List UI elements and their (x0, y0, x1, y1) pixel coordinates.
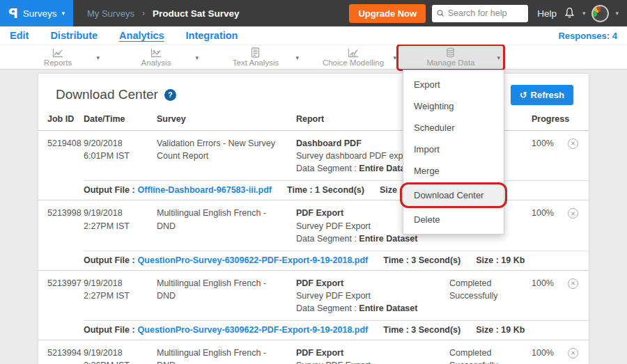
toolbar-item-reports[interactable]: Reports ▾ (13, 45, 103, 70)
section-nav: Edit Distribute Analytics Integration Re… (0, 26, 627, 45)
col-header-actions (568, 114, 587, 124)
help-question-icon[interactable]: ? (164, 89, 176, 101)
job-id: 5213997 (47, 277, 84, 315)
output-file-row: Output File :Offline-Dashboard-967583-ii… (84, 180, 589, 200)
surveys-product-menu[interactable]: P Surveys ▾ (0, 0, 73, 26)
page-title: Download Center (56, 87, 158, 102)
refresh-label: Refresh (531, 90, 564, 100)
toolbar-item-analysis[interactable]: Analysis ▾ (110, 45, 202, 70)
help-link[interactable]: Help (537, 8, 557, 19)
tab-integration[interactable]: Integration (186, 30, 238, 41)
toolbar-item-label: Reports (44, 59, 72, 68)
table-row: 5219408 9/20/2018 6:01PM IST Validation … (38, 131, 589, 200)
menu-item-merge[interactable]: Merge (403, 160, 504, 182)
progress-value: 100% (532, 207, 568, 244)
menu-item-scheduler[interactable]: Scheduler (403, 117, 504, 139)
topbar-right: Upgrade Now Help ▾ ▾ (349, 4, 627, 23)
job-id: 5219408 (47, 137, 84, 175)
date-time: 9/19/2018 2:26PM IST (84, 347, 157, 364)
search-input[interactable] (448, 8, 524, 18)
col-header-job-id: Job ID (47, 114, 84, 124)
breadcrumb: My Surveys › Product Sat Survey (87, 8, 239, 19)
database-icon (445, 47, 456, 58)
manage-data-dropdown-menu: Export Weighting Scheduler Import Merge … (403, 70, 504, 235)
analytics-toolbar: Reports ▾ Analysis ▾ Text Analysis ▾ Cho… (0, 45, 627, 70)
time-value: 3 Second(s) (411, 325, 460, 335)
breadcrumb-separator: › (142, 8, 145, 18)
tab-analytics[interactable]: Analytics (119, 30, 164, 41)
size-value: 19 Kb (501, 255, 525, 265)
size-label: Size : (476, 325, 499, 335)
refresh-button[interactable]: ↺ Refresh (511, 85, 573, 105)
output-file-label: Output File : (84, 325, 135, 335)
chevron-down-icon[interactable]: ▾ (497, 54, 500, 61)
table-row: 5213998 9/19/2018 2:27PM IST Multilingua… (38, 200, 589, 270)
cancel-job-icon[interactable]: ✕ (568, 348, 578, 358)
data-segment-value: Entire Dataset (359, 303, 417, 313)
bar-trend-icon (348, 48, 359, 58)
survey-name: Multilingual English French - DND (157, 347, 296, 364)
surveys-menu-label: Surveys (23, 8, 57, 19)
size-value: 19 Kb (501, 325, 525, 335)
time-label: Time : (383, 255, 409, 265)
document-icon (251, 47, 260, 58)
menu-item-import[interactable]: Import (403, 139, 504, 160)
tab-distribute[interactable]: Distribute (50, 30, 98, 41)
report-cell: PDF Export Survey PDF Export Data Segmen… (296, 347, 449, 364)
table-header-row: Job ID Date/Time Survey Report Progress (38, 110, 589, 131)
toolbar-item-label: Manage Data (426, 59, 474, 68)
chevron-down-icon[interactable]: ▾ (582, 10, 586, 17)
report-name: PDF Export (296, 278, 343, 288)
menu-item-weighting[interactable]: Weighting (403, 95, 504, 117)
menu-item-download-center[interactable]: Download Center (403, 184, 504, 206)
report-desc: Survey PDF Export (296, 221, 371, 231)
menu-item-delete[interactable]: Delete (403, 209, 504, 230)
upgrade-now-button[interactable]: Upgrade Now (349, 4, 426, 23)
toolbar-item-label: Text Analysis (233, 59, 279, 68)
status: Completed Successfully (449, 277, 532, 315)
progress-value: 100% (532, 137, 568, 175)
toolbar-item-label: Analysis (141, 59, 171, 68)
breadcrumb-my-surveys[interactable]: My Surveys (87, 8, 134, 19)
job-id: 5213994 (47, 347, 84, 364)
data-segment-label: Data Segment : (296, 164, 357, 173)
help-search-box[interactable] (432, 5, 528, 22)
output-file-row: Output File :QuestionPro-Survey-6309622-… (84, 251, 589, 270)
table-row: 5213997 9/19/2018 2:27PM IST Multilingua… (38, 271, 589, 340)
chevron-down-icon[interactable]: ▾ (195, 54, 199, 61)
chevron-down-icon[interactable]: ▾ (295, 54, 299, 61)
breadcrumb-current-survey: Product Sat Survey (153, 8, 240, 19)
survey-name: Validation Errors - New Survey Count Rep… (157, 137, 296, 175)
notifications-bell-icon[interactable] (563, 6, 576, 20)
date-time: 9/19/2018 2:27PM IST (84, 207, 157, 244)
toolbar-item-text-analysis[interactable]: Text Analysis ▾ (209, 45, 302, 70)
avatar[interactable] (591, 5, 609, 22)
time-value: 3 Second(s) (411, 255, 460, 265)
cancel-job-icon[interactable]: ✕ (568, 208, 578, 219)
toolbar-item-manage-data[interactable]: Manage Data ▾ (398, 45, 504, 70)
tab-edit[interactable]: Edit (10, 30, 29, 41)
toolbar-item-label: Choice Modelling (323, 59, 384, 68)
output-file-label: Output File : (84, 185, 135, 195)
progress-value: 100% (532, 277, 568, 315)
report-desc: Survey PDF Export (296, 291, 371, 301)
output-file-link[interactable]: Offline-Dashboard-967583-iii.pdf (138, 185, 272, 195)
col-header-progress: Progress (532, 114, 568, 124)
chevron-down-icon[interactable]: ▾ (96, 54, 100, 61)
survey-name: Multilingual English French - DND (157, 277, 296, 315)
download-center-header: Download Center ? ↺ Refresh (38, 74, 589, 110)
chevron-down-icon[interactable]: ▾ (393, 54, 396, 61)
menu-item-export[interactable]: Export (403, 74, 504, 95)
size-label: Size : (380, 185, 403, 195)
toolbar-item-choice-modelling[interactable]: Choice Modelling ▾ (307, 45, 400, 70)
output-file-link[interactable]: QuestionPro-Survey-6309622-PDF-Export-9-… (138, 255, 369, 265)
download-center-panel: Download Center ? ↺ Refresh Job ID Date/… (38, 74, 589, 364)
cancel-job-icon[interactable]: ✕ (568, 278, 578, 289)
chevron-down-icon[interactable]: ▾ (615, 10, 619, 17)
cancel-job-icon[interactable]: ✕ (568, 139, 578, 149)
output-file-link[interactable]: QuestionPro-Survey-6309622-PDF-Export-9-… (138, 325, 369, 335)
output-file-row: Output File :QuestionPro-Survey-6309622-… (84, 320, 589, 340)
line-chart-icon (52, 48, 63, 58)
refresh-icon: ↺ (520, 90, 527, 100)
questionpro-logo: P (8, 6, 18, 21)
